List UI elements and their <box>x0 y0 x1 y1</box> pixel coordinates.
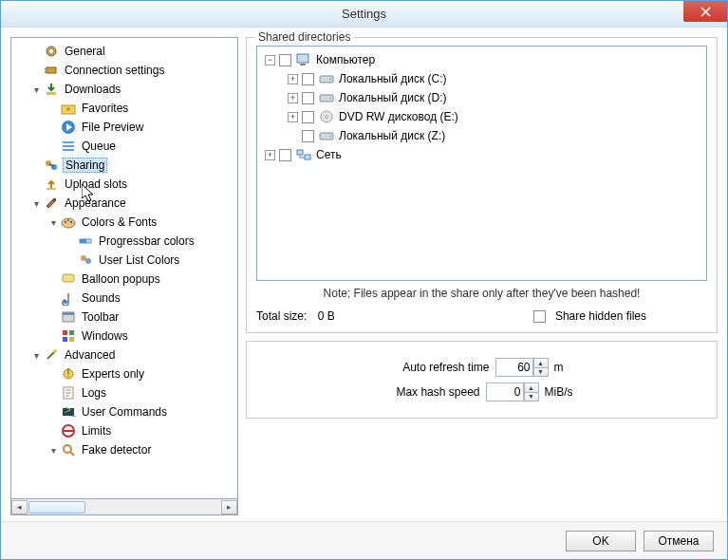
nav-label-userlist: User List Colors <box>97 253 181 267</box>
windows-icon <box>61 328 76 344</box>
expand-icon[interactable]: + <box>288 112 298 122</box>
nav-item-favorites[interactable]: Favorites <box>11 99 237 118</box>
chevron-down-icon[interactable]: ▾ <box>30 349 42 361</box>
tree-item-diskC[interactable]: +Локальный диск (C:) <box>259 69 704 88</box>
auto-refresh-input[interactable] <box>495 358 533 377</box>
nav-item-queue[interactable]: Queue <box>11 137 237 156</box>
spin-up-icon[interactable]: ▲ <box>533 358 549 367</box>
nav-item-colorsfonts[interactable]: ▾Colors & Fonts <box>11 213 237 232</box>
spin-up-icon[interactable]: ▲ <box>524 383 539 392</box>
nav-item-logs[interactable]: Logs <box>11 383 237 402</box>
svg-point-31 <box>53 349 57 353</box>
dialog-footer: OK Отмена <box>1 521 727 559</box>
nav-item-balloon[interactable]: Balloon popups <box>11 270 237 289</box>
close-button[interactable] <box>683 1 727 22</box>
nav-item-uploadslots[interactable]: Upload slots <box>11 175 237 194</box>
nav-item-downloads[interactable]: ▾Downloads <box>11 80 237 99</box>
tree-checkbox-diskC[interactable] <box>302 73 314 85</box>
auto-refresh-label: Auto refresh time <box>338 361 490 374</box>
svg-point-47 <box>326 116 328 119</box>
expand-icon[interactable]: + <box>265 150 275 160</box>
chevron-down-icon[interactable]: ▾ <box>47 444 59 456</box>
spin-down-icon[interactable]: ▼ <box>524 392 539 402</box>
nav-scrollbar[interactable]: ◂ ▸ <box>10 499 238 515</box>
gear-icon <box>44 44 59 59</box>
svg-rect-50 <box>297 150 303 155</box>
max-hash-input[interactable] <box>486 383 524 401</box>
scroll-right-button[interactable]: ▸ <box>221 500 237 514</box>
tree-item-network[interactable]: +Сеть <box>259 145 704 164</box>
svg-rect-29 <box>63 337 67 342</box>
tree-checkbox-computer[interactable] <box>279 54 291 66</box>
max-hash-row: Max hash speed ▲▼ MiB/s <box>256 380 707 404</box>
scroll-track[interactable] <box>28 500 221 514</box>
collapse-icon[interactable]: − <box>265 55 275 65</box>
nav-item-toolbar[interactable]: Toolbar <box>11 308 237 327</box>
titlebar: Settings <box>1 1 727 28</box>
nav-label-windows: Windows <box>80 329 130 343</box>
tree-label-dvdE: DVD RW дисковод (E:) <box>339 110 458 123</box>
nav-item-advanced[interactable]: ▾Advanced <box>11 345 237 364</box>
fakedet-icon <box>61 442 76 457</box>
svg-point-45 <box>329 98 331 100</box>
tree-checkbox-diskD[interactable] <box>302 92 314 104</box>
nav-item-userlist[interactable]: User List Colors <box>11 251 237 270</box>
nav-label-general: General <box>63 45 107 58</box>
nav-item-windows[interactable]: Windows <box>11 327 237 345</box>
network-icon <box>295 147 312 162</box>
svg-rect-4 <box>45 71 47 73</box>
close-icon <box>700 7 711 17</box>
settings-tree[interactable]: GeneralConnection settings▾DownloadsFavo… <box>10 37 238 499</box>
svg-rect-2 <box>47 67 56 73</box>
chevron-down-icon[interactable]: ▾ <box>47 216 59 228</box>
nav-label-appearance: Appearance <box>63 196 128 210</box>
share-hidden-checkbox[interactable] <box>533 310 546 323</box>
chevron-down-icon[interactable]: ▾ <box>30 197 42 209</box>
tree-item-dvdE[interactable]: +DVD RW дисковод (E:) <box>259 107 704 126</box>
nav-panel: GeneralConnection settings▾DownloadsFavo… <box>10 37 238 515</box>
nav-item-usercmd[interactable]: >_User Commands <box>11 402 237 421</box>
computer-icon <box>295 52 312 67</box>
nav-item-general[interactable]: General <box>11 42 237 61</box>
nav-item-limits[interactable]: Limits <box>11 421 237 440</box>
ok-button[interactable]: OK <box>566 531 636 551</box>
max-hash-spinner[interactable]: ▲▼ <box>486 383 539 401</box>
svg-rect-30 <box>69 337 74 342</box>
balloon-icon <box>61 271 76 287</box>
tree-label-network: Сеть <box>316 148 342 161</box>
nav-item-appearance[interactable]: ▾Appearance <box>11 194 237 213</box>
chevron-down-icon[interactable]: ▾ <box>30 84 42 95</box>
expand-icon[interactable]: + <box>288 93 298 103</box>
total-size-row: Total size: 0 B Share hidden files <box>256 309 707 323</box>
tree-item-diskD[interactable]: +Локальный диск (D:) <box>259 88 704 107</box>
nav-item-sharing[interactable]: Sharing <box>11 156 237 175</box>
tree-checkbox-network[interactable] <box>279 149 291 161</box>
tree-item-diskZ[interactable]: Локальный диск (Z:) <box>259 126 704 145</box>
expand-icon[interactable]: + <box>288 74 298 84</box>
tree-checkbox-diskZ[interactable] <box>302 130 314 142</box>
svg-point-21 <box>81 255 86 261</box>
scroll-left-button[interactable]: ◂ <box>11 500 28 514</box>
nav-item-conn[interactable]: Connection settings <box>11 61 237 80</box>
nav-label-limits: Limits <box>80 424 113 438</box>
svg-rect-28 <box>69 330 74 335</box>
svg-rect-14 <box>53 198 56 201</box>
nav-item-sounds[interactable]: Sounds <box>11 289 237 308</box>
nav-item-experts[interactable]: !Experts only <box>11 364 237 383</box>
nav-label-sounds: Sounds <box>80 291 122 305</box>
nav-label-balloon: Balloon popups <box>80 272 162 286</box>
shared-tree[interactable]: −Компьютер+Локальный диск (C:)+Локальный… <box>256 46 707 281</box>
nav-item-fakedet[interactable]: ▾Fake detector <box>11 440 237 459</box>
upload-icon <box>44 177 59 192</box>
tree-checkbox-dvdE[interactable] <box>302 111 314 123</box>
scroll-thumb[interactable] <box>28 501 85 513</box>
nav-label-downloads: Downloads <box>63 83 122 96</box>
tree-item-computer[interactable]: −Компьютер <box>259 50 704 69</box>
experts-icon: ! <box>61 366 76 382</box>
spin-down-icon[interactable]: ▼ <box>533 367 549 378</box>
nav-item-filepreview[interactable]: File Preview <box>11 118 237 137</box>
auto-refresh-spinner[interactable]: ▲▼ <box>495 358 549 377</box>
cancel-button[interactable]: Отмена <box>644 531 714 551</box>
nav-label-progressbar: Progressbar colors <box>97 234 196 248</box>
nav-item-progressbar[interactable]: Progressbar colors <box>11 232 237 251</box>
